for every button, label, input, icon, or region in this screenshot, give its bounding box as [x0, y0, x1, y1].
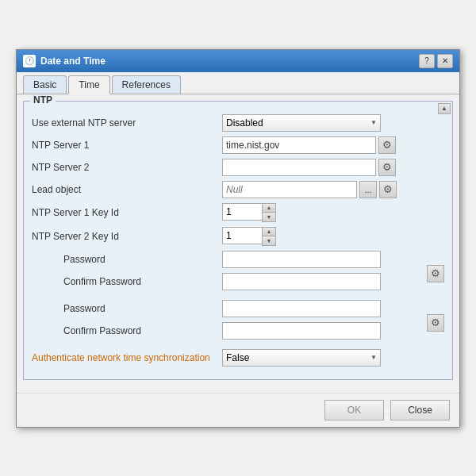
tab-references[interactable]: References [112, 75, 181, 94]
ntp-key-id2-control: ▲ ▼ [222, 227, 444, 246]
title-bar-buttons: ? ✕ [419, 54, 453, 68]
ntp-group-title: NTP [30, 94, 56, 106]
ok-button[interactable]: OK [324, 400, 384, 420]
close-button[interactable]: Close [390, 400, 450, 420]
confirm-password1-row: Confirm Password [32, 273, 424, 290]
ntp-server2-gear-button[interactable]: ⚙ [378, 159, 396, 176]
ntp-server1-label: NTP Server 1 [32, 140, 222, 151]
main-window: 🕐 Date and Time ? ✕ Basic Time Reference… [16, 49, 460, 428]
footer: OK Close [17, 393, 459, 427]
confirm-password1-label: Confirm Password [32, 276, 222, 287]
dropdown-arrow-icon: ▼ [370, 119, 377, 126]
password2-row: Password [32, 300, 424, 317]
ntp-server2-label: NTP Server 2 [32, 162, 222, 173]
ntp-form-content: Use external NTP server Disabled ▼ NTP S… [24, 102, 452, 379]
ntp-server1-gear-button[interactable]: ⚙ [378, 136, 396, 154]
authenticate-dropdown[interactable]: False ▼ [222, 349, 381, 367]
confirm-password2-row: Confirm Password [32, 322, 424, 340]
authenticate-dropdown-arrow-icon: ▼ [370, 354, 377, 361]
use-external-ntp-control: Disabled ▼ [222, 114, 444, 132]
password1-label: Password [32, 254, 222, 265]
password2-input[interactable] [222, 300, 381, 317]
password1-gear-button[interactable]: ⚙ [427, 265, 444, 282]
ntp-key-id1-spin-up[interactable]: ▲ [263, 204, 275, 213]
lead-object-row: Lead object ... ⚙ [32, 181, 444, 198]
password2-gear-button[interactable]: ⚙ [427, 314, 444, 332]
close-window-button[interactable]: ✕ [437, 54, 453, 68]
tab-basic[interactable]: Basic [23, 75, 67, 94]
content-area: NTP ▲ Use external NTP server Disabled ▼… [17, 94, 459, 393]
password1-input[interactable] [222, 251, 381, 268]
scroll-up-button[interactable]: ▲ [438, 103, 451, 114]
ntp-server2-row: NTP Server 2 ⚙ [32, 159, 444, 176]
ntp-key-id2-spin-buttons: ▲ ▼ [262, 227, 276, 246]
ntp-key-id1-spin-buttons: ▲ ▼ [262, 203, 276, 222]
ntp-key-id2-input[interactable] [222, 227, 262, 244]
ntp-server2-control: ⚙ [222, 159, 444, 176]
lead-object-gear-button[interactable]: ⚙ [379, 181, 397, 198]
title-bar-left: 🕐 Date and Time [23, 55, 106, 67]
ntp-key-id2-row: NTP Server 2 Key Id ▲ ▼ [32, 227, 444, 246]
ntp-key-id2-spin-up[interactable]: ▲ [263, 228, 275, 236]
lead-object-browse-button[interactable]: ... [359, 181, 377, 198]
tab-time[interactable]: Time [68, 75, 109, 94]
confirm-password2-input[interactable] [222, 322, 381, 340]
ntp-key-id1-row: NTP Server 1 Key Id ▲ ▼ [32, 203, 444, 222]
authenticate-control: False ▼ [222, 349, 444, 367]
confirm-password1-control [222, 273, 424, 290]
ntp-key-id1-spin-down[interactable]: ▼ [263, 213, 275, 221]
ntp-server1-input[interactable] [222, 136, 376, 154]
ntp-server1-control: ⚙ [222, 136, 444, 154]
authenticate-row: Authenticate network time synchronizatio… [32, 349, 444, 367]
title-bar: 🕐 Date and Time ? ✕ [17, 50, 459, 72]
ntp-key-id1-spinbox: ▲ ▼ [222, 203, 276, 222]
ntp-key-id2-spinbox: ▲ ▼ [222, 227, 276, 246]
ntp-key-id1-control: ▲ ▼ [222, 203, 444, 222]
authenticate-label: Authenticate network time synchronizatio… [32, 352, 222, 363]
password2-label: Password [32, 303, 222, 314]
help-button[interactable]: ? [419, 54, 435, 68]
ntp-group-box: NTP ▲ Use external NTP server Disabled ▼… [23, 101, 453, 380]
use-external-ntp-label: Use external NTP server [32, 117, 222, 129]
ntp-server1-row: NTP Server 1 ⚙ [32, 136, 444, 154]
lead-object-input[interactable] [222, 181, 357, 198]
use-external-ntp-dropdown[interactable]: Disabled ▼ [222, 114, 381, 132]
ntp-key-id1-label: NTP Server 1 Key Id [32, 207, 222, 218]
ntp-server2-input[interactable] [222, 159, 376, 176]
confirm-password2-control [222, 322, 424, 340]
tab-bar: Basic Time References [17, 72, 459, 94]
password2-control [222, 300, 424, 317]
password1-control [222, 251, 424, 268]
use-external-ntp-row: Use external NTP server Disabled ▼ [32, 114, 444, 132]
confirm-password1-input[interactable] [222, 273, 381, 290]
lead-object-label: Lead object [32, 184, 222, 195]
ntp-key-id1-input[interactable] [222, 203, 262, 221]
password1-row: Password [32, 251, 424, 268]
window-title: Date and Time [40, 56, 106, 67]
confirm-password2-label: Confirm Password [32, 325, 222, 336]
ntp-key-id2-spin-down[interactable]: ▼ [263, 236, 275, 245]
ntp-key-id2-label: NTP Server 2 Key Id [32, 231, 222, 242]
lead-object-control: ... ⚙ [222, 181, 444, 198]
window-icon: 🕐 [23, 55, 36, 67]
